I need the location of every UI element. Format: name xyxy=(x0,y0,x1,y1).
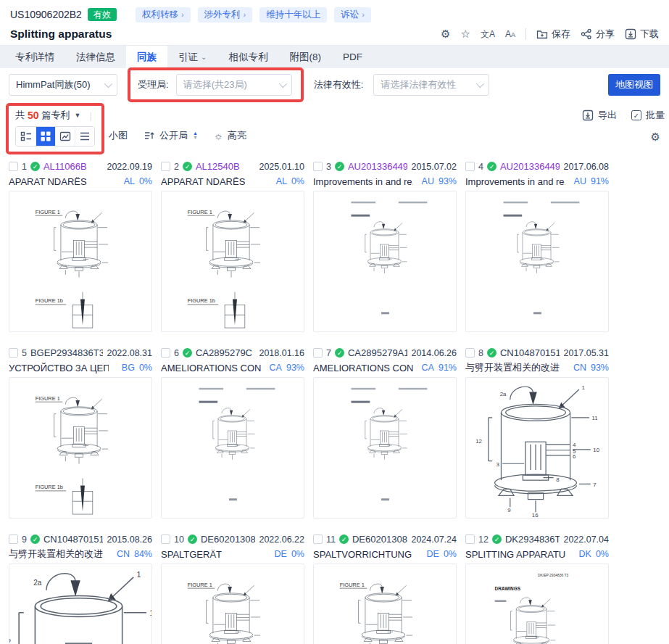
card-title: SPALTVORRICHTUNG xyxy=(313,549,412,560)
filter-row: HimmPat同族(50) 受理局: 请选择(共23局) 法律有效性: 请选择法… xyxy=(0,68,669,102)
view-image-button[interactable] xyxy=(55,127,75,146)
card-checkbox[interactable] xyxy=(465,348,475,358)
patent-drawing xyxy=(162,191,304,331)
card-checkbox[interactable] xyxy=(9,162,18,171)
tab-label: 法律信息 xyxy=(76,51,115,64)
highlight-toggle[interactable]: ☼ 高亮 xyxy=(214,129,246,142)
map-view-button[interactable]: 地图视图 xyxy=(608,74,660,96)
patent-drawing-thumbnail[interactable] xyxy=(9,564,152,644)
card-title: APARAT NDARËS xyxy=(9,176,87,187)
card-checkbox[interactable] xyxy=(313,162,323,171)
patent-id-link[interactable]: DE6020130819... xyxy=(201,534,256,545)
patent-id-link[interactable]: CA2895279C xyxy=(196,347,252,358)
card-date: 2025.01.10 xyxy=(259,162,304,172)
tag-chevron-icon: › xyxy=(181,10,184,19)
gear-icon[interactable]: ⚙ xyxy=(441,28,450,41)
batch-toggle[interactable]: ✓ 批量 xyxy=(631,109,665,122)
card-checkbox[interactable] xyxy=(313,348,323,358)
sort-direction-arrows[interactable]: ▲▼ xyxy=(193,131,198,140)
checklist-icon xyxy=(20,131,32,142)
patent-id-link[interactable]: AL11066B xyxy=(43,161,87,172)
card-checkbox[interactable] xyxy=(161,162,170,171)
tab-法律信息[interactable]: 法律信息 xyxy=(65,46,126,68)
highlight-label: 高亮 xyxy=(228,129,246,142)
card-checkbox[interactable] xyxy=(313,534,323,544)
batch-checkbox[interactable]: ✓ xyxy=(631,110,641,120)
card-percent: 0% xyxy=(139,363,152,373)
card-checkbox[interactable] xyxy=(9,348,18,358)
granted-check-icon: ✓ xyxy=(492,534,502,544)
legal-select-placeholder: 请选择法律有效性 xyxy=(381,78,456,91)
annotation-box-views: 共 50 篇专利 ▼ | xyxy=(6,103,104,154)
share-button[interactable]: 分享 xyxy=(581,28,615,41)
list-icon xyxy=(79,131,91,142)
tab-同族[interactable]: 同族 xyxy=(126,46,167,68)
patent-drawing-thumbnail[interactable] xyxy=(313,377,457,519)
patent-id-link[interactable]: AL12540B xyxy=(196,161,240,172)
download-button[interactable]: 下载 xyxy=(625,28,659,41)
header-tag[interactable]: 涉外专利 › xyxy=(198,7,253,22)
patent-card: 2 ✓ AL12540B 2025.01.10 APPARAT NDARËS A… xyxy=(161,160,304,332)
card-country: AU xyxy=(574,176,586,186)
export-button[interactable]: 导出 xyxy=(582,109,617,122)
patent-drawing-thumbnail[interactable] xyxy=(161,191,304,332)
caret-down-icon: ▼ xyxy=(75,112,81,119)
tab-专利详情[interactable]: 专利详情 xyxy=(4,46,65,68)
card-checkbox[interactable] xyxy=(161,348,170,358)
card-index: 12 xyxy=(478,534,489,545)
header-tag[interactable]: 权利转移 › xyxy=(136,7,191,22)
patent-id-link[interactable]: AU2013364498A1 xyxy=(348,161,407,172)
patent-drawing-thumbnail[interactable] xyxy=(465,377,609,519)
family-select[interactable]: HimmPat同族(50) xyxy=(9,74,117,96)
patent-id-link[interactable]: CA2895279A1 xyxy=(348,347,407,358)
patent-drawing-thumbnail[interactable] xyxy=(465,191,609,332)
patent-id-link[interactable]: AU2013364498B2 xyxy=(500,161,560,172)
patent-card: 3 ✓ AU2013364498A1 2015.07.02 Improvemen… xyxy=(313,160,457,332)
translate-icon[interactable]: 文A xyxy=(481,28,495,41)
card-score: CN84% xyxy=(117,549,152,559)
patent-drawing-thumbnail[interactable] xyxy=(161,377,304,519)
patent-drawing-thumbnail[interactable] xyxy=(465,564,609,644)
patent-id-link[interactable]: CN104870151A xyxy=(43,534,103,545)
tab-引证[interactable]: 引证 ⌄ xyxy=(167,46,217,68)
result-count[interactable]: 共 50 篇专利 ▼ | xyxy=(15,109,95,122)
star-icon[interactable]: ☆ xyxy=(461,28,470,41)
font-size-icon[interactable]: AA xyxy=(505,29,515,39)
settings-gear-icon[interactable]: ⚙ xyxy=(651,131,660,144)
header-tag[interactable]: 维持十年以上 xyxy=(259,7,327,22)
small-image-toggle[interactable]: 小图 xyxy=(109,129,128,142)
tab-附图(8)[interactable]: 附图(8) xyxy=(278,46,332,68)
small-image-label: 小图 xyxy=(109,129,128,142)
patent-id-link[interactable]: CN104870151B xyxy=(500,347,560,358)
office-select[interactable]: 请选择(共23局) xyxy=(176,74,292,96)
card-index: 4 xyxy=(478,162,483,172)
view-grid-button[interactable] xyxy=(36,127,55,146)
patent-id-link[interactable]: BGEP2934836T3 xyxy=(30,347,103,358)
save-button[interactable]: 保存 xyxy=(536,28,570,41)
card-country: CN xyxy=(117,549,130,559)
patent-id-link[interactable]: DK2934836T3 xyxy=(505,534,560,545)
patent-drawing-thumbnail[interactable] xyxy=(161,564,304,644)
page-header: US10906202B2 有效 权利转移 › 涉外专利 › 维持十年以上 诉讼 … xyxy=(0,0,669,45)
download-label: 下载 xyxy=(640,28,659,41)
card-checkbox[interactable] xyxy=(465,534,475,544)
view-list-button[interactable] xyxy=(75,127,94,146)
patent-id-link[interactable]: DE6020130859... xyxy=(352,534,407,545)
card-checkbox[interactable] xyxy=(9,534,18,544)
view-checklist-button[interactable] xyxy=(16,127,36,146)
tab-相似专利[interactable]: 相似专利 xyxy=(217,46,278,68)
sort-by-office[interactable]: 公开局 ▲▼ xyxy=(144,129,198,142)
card-checkbox[interactable] xyxy=(465,162,475,171)
patent-drawing-thumbnail[interactable] xyxy=(313,191,457,332)
patent-drawing-thumbnail[interactable] xyxy=(313,564,457,644)
card-index: 5 xyxy=(22,348,27,358)
legal-select[interactable]: 请选择法律有效性 xyxy=(373,74,489,96)
patent-drawing-thumbnail[interactable] xyxy=(9,191,152,332)
patent-drawing-thumbnail[interactable] xyxy=(9,377,152,519)
patent-drawing xyxy=(314,191,456,331)
header-tag[interactable]: 诉讼 › xyxy=(334,7,371,22)
card-checkbox[interactable] xyxy=(161,534,170,544)
tab-PDF[interactable]: PDF xyxy=(332,46,373,68)
granted-check-icon: ✓ xyxy=(30,534,40,544)
tab-caret-icon: ⌄ xyxy=(201,53,207,61)
